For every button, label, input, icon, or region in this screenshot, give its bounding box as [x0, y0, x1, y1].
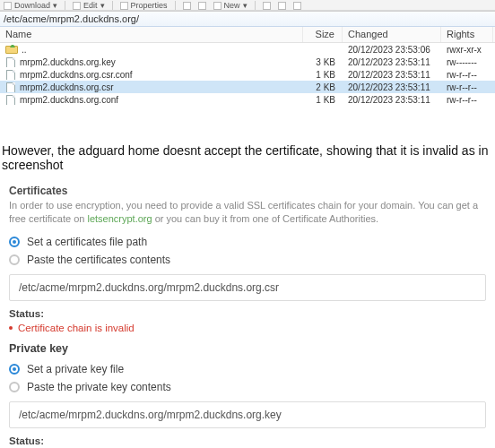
col-header-changed[interactable]: Changed [343, 27, 441, 42]
file-row[interactable]: mrpm2.duckdns.org.csr.conf1 KB20/12/2023… [0, 68, 495, 81]
file-list-header: Name Size Changed Rights Owner [0, 27, 495, 43]
radio-icon [9, 254, 20, 265]
file-name: mrpm2.duckdns.org.csr [20, 82, 113, 92]
file-row[interactable]: ..20/12/2023 23:53:06rwxr-xr-xroot [0, 43, 495, 56]
toolbar-item-edit[interactable]: Edit▾ [73, 1, 105, 10]
file-rights: rwxr-xr-x [441, 45, 493, 55]
toolbar-item-new[interactable]: New▾ [213, 1, 248, 10]
toolbar-icon-2[interactable] [198, 2, 206, 10]
cert-path-input[interactable]: /etc/acme/mrpm2.duckdns.org/mrpm2.duckdn… [9, 274, 486, 301]
file-row[interactable]: mrpm2.duckdns.org.key3 KB20/12/2023 23:5… [0, 56, 495, 68]
cert-status-message: Certificate chain is invalid [9, 323, 486, 333]
file-changed: 20/12/2023 23:53:11 [343, 70, 441, 80]
file-icon [5, 70, 16, 79]
file-row[interactable]: mrpm2.duckdns.org.conf1 KB20/12/2023 23:… [0, 93, 495, 106]
file-icon [5, 57, 16, 66]
col-header-rights[interactable]: Rights [441, 27, 493, 42]
col-header-name[interactable]: Name [0, 27, 303, 42]
key-status-label: Status: [9, 435, 486, 446]
key-path-input[interactable]: /etc/acme/mrpm2.duckdns.org/mrpm2.duckdn… [9, 401, 486, 428]
certificates-description: In order to use encryption, you need to … [9, 199, 486, 226]
toolbar-icon-3[interactable] [263, 2, 271, 10]
file-row[interactable]: mrpm2.duckdns.org.csr2 KB20/12/2023 23:5… [0, 81, 495, 93]
narrative-text: However, the adguard home doesnt accept … [0, 143, 495, 172]
key-option-paste[interactable]: Paste the private key contents [9, 378, 486, 396]
toolbar-item-properties[interactable]: Properties [120, 1, 168, 10]
parent-folder-icon [5, 45, 18, 54]
radio-icon [9, 364, 20, 375]
file-icon [5, 82, 16, 91]
cert-option-paste[interactable]: Paste the certificates contents [9, 251, 486, 269]
file-name: mrpm2.duckdns.org.csr.conf [20, 70, 133, 80]
address-path: /etc/acme/mrpm2.duckdns.org/ [4, 13, 139, 24]
file-size: 3 KB [303, 57, 343, 67]
file-name: mrpm2.duckdns.org.conf [20, 95, 118, 105]
file-changed: 20/12/2023 23:53:06 [343, 45, 441, 55]
file-name: mrpm2.duckdns.org.key [20, 57, 116, 67]
winscp-toolbar: Download▾ Edit▾ Properties New▾ [0, 0, 495, 11]
file-rights: rw-r--r-- [441, 82, 493, 92]
file-rights: rw-r--r-- [441, 95, 493, 105]
file-changed: 20/12/2023 23:53:11 [343, 95, 441, 105]
file-size: 1 KB [303, 95, 343, 105]
file-rights: rw-r--r-- [441, 70, 493, 80]
cert-option-path[interactable]: Set a certificates file path [9, 233, 486, 251]
letsencrypt-link[interactable]: letsencrypt.org [87, 213, 152, 224]
certificates-heading: Certificates [9, 185, 486, 197]
adguard-encryption-panel: Certificates In order to use encryption,… [0, 181, 495, 448]
file-list: ..20/12/2023 23:53:06rwxr-xr-xrootmrpm2.… [0, 43, 495, 106]
radio-icon [9, 237, 20, 247]
radio-icon [9, 382, 20, 392]
file-changed: 20/12/2023 23:53:11 [343, 82, 441, 92]
toolbar-icon-1[interactable] [183, 2, 191, 10]
file-size: 2 KB [303, 82, 343, 92]
col-header-size[interactable]: Size [303, 27, 343, 42]
cert-status-label: Status: [9, 308, 486, 319]
toolbar-icon-5[interactable] [293, 2, 301, 10]
file-size: 1 KB [303, 70, 343, 80]
toolbar-icon-4[interactable] [278, 2, 286, 10]
key-option-path[interactable]: Set a private key file [9, 360, 486, 378]
file-changed: 20/12/2023 23:53:11 [343, 57, 441, 67]
file-rights: rw------- [441, 57, 493, 67]
file-name: .. [22, 45, 27, 55]
toolbar-item-download[interactable]: Download▾ [4, 1, 57, 10]
file-icon [5, 95, 16, 104]
address-bar[interactable]: /etc/acme/mrpm2.duckdns.org/ [0, 11, 495, 27]
private-key-heading: Private key [9, 342, 486, 355]
